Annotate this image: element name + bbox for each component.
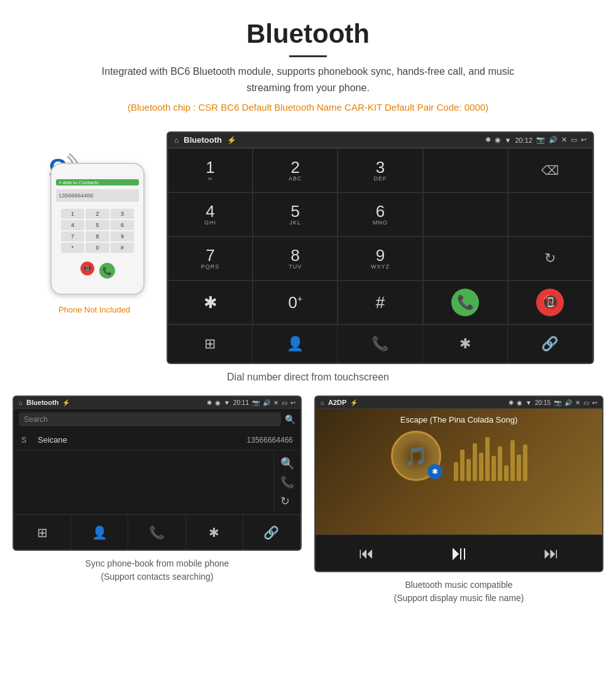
pb-usb-icon: ⚡ bbox=[62, 399, 70, 406]
signal-icon: ▼ bbox=[505, 136, 512, 144]
music-section: ⌂ A2DP ⚡ ✱ ◉ ▼ 20:15 📷 🔊 ✕ ▭ ↩ bbox=[314, 396, 603, 611]
phonebook-screen: ⌂ Bluetooth ⚡ ✱ ◉ ▼ 20:11 📷 🔊 ✕ ▭ ↩ bbox=[13, 396, 302, 551]
volume-icon[interactable]: 🔊 bbox=[549, 136, 558, 144]
dial-key-star[interactable]: ✱ bbox=[168, 280, 253, 324]
search-icon[interactable]: 🔍 bbox=[285, 414, 295, 424]
page-header: Bluetooth Integrated with BC6 Bluetooth … bbox=[0, 0, 616, 131]
pb-side-refresh-icon[interactable]: ↻ bbox=[280, 494, 294, 508]
phone-not-included-label: Phone Not Included bbox=[58, 305, 130, 314]
bottom-screenshots: ⌂ Bluetooth ⚡ ✱ ◉ ▼ 20:11 📷 🔊 ✕ ▭ ↩ bbox=[13, 396, 603, 611]
pb-time: 20:11 bbox=[233, 399, 249, 406]
phone-mockup: + Add to Contacts 13566664466 123 456 78… bbox=[50, 163, 145, 295]
pb-bottom-phone[interactable]: 📞 bbox=[128, 515, 185, 550]
music-cam-icon[interactable]: 📷 bbox=[554, 399, 561, 406]
pb-side-search-icon[interactable]: 🔍 bbox=[280, 456, 294, 470]
pb-vol-icon[interactable]: 🔊 bbox=[263, 399, 270, 406]
bottom-bluetooth-icon[interactable]: ✱ bbox=[423, 325, 508, 363]
contact-row[interactable]: S Seicane 13566664466 bbox=[14, 430, 300, 450]
phone-call-button[interactable]: 📞 bbox=[99, 263, 115, 279]
music-home-icon[interactable]: ⌂ bbox=[321, 399, 324, 406]
orange-info: (Bluetooth chip : CSR BC6 Default Blueto… bbox=[13, 102, 603, 113]
phonebook-caption: Sync phone-book from mobile phone (Suppo… bbox=[85, 557, 229, 584]
dial-key-2[interactable]: 2ABC bbox=[253, 148, 338, 192]
dial-screen: ⌂ Bluetooth ⚡ ✱ ◉ ▼ 20:12 📷 🔊 ✕ ▭ ↩ bbox=[167, 131, 594, 364]
bottom-link-icon[interactable]: 🔗 bbox=[508, 325, 593, 363]
dial-key-5[interactable]: 5JKL bbox=[253, 192, 338, 236]
dial-key-6[interactable]: 6MNO bbox=[338, 192, 422, 236]
bluetooth-icon: ✱ bbox=[485, 136, 491, 144]
dial-statusbar: ⌂ Bluetooth ⚡ ✱ ◉ ▼ 20:12 📷 🔊 ✕ ▭ ↩ bbox=[168, 133, 593, 148]
dial-call-green[interactable]: 📞 bbox=[423, 280, 508, 324]
time-display: 20:12 bbox=[515, 136, 532, 144]
dial-empty-4 bbox=[423, 236, 508, 280]
dial-bottom-bar: ⊞ 👤 📞 ✱ 🔗 bbox=[168, 324, 593, 363]
dial-key-hash[interactable]: # bbox=[338, 280, 422, 324]
window-icon[interactable]: ▭ bbox=[571, 136, 577, 144]
phone-keypad: 123 456 789 *0# bbox=[61, 209, 135, 253]
prev-track-button[interactable]: ⏮ bbox=[359, 545, 374, 562]
next-track-button[interactable]: ⏭ bbox=[544, 545, 559, 562]
dial-key-9[interactable]: 9WXYZ bbox=[338, 236, 422, 280]
dial-backspace[interactable]: ⌫ bbox=[508, 148, 593, 192]
pb-bottom-grid[interactable]: ⊞ bbox=[14, 515, 71, 550]
music-vol-icon[interactable]: 🔊 bbox=[564, 399, 572, 406]
top-section: Ω + Add to Contacts 13566664466 bbox=[13, 131, 603, 364]
pb-win-icon[interactable]: ▭ bbox=[282, 399, 287, 406]
search-bar: Search 🔍 bbox=[14, 409, 300, 430]
music-note-icon: 🎵 bbox=[404, 445, 427, 467]
bottom-person-icon[interactable]: 👤 bbox=[253, 325, 338, 363]
bottom-phone-icon[interactable]: 📞 bbox=[338, 325, 422, 363]
dial-call-red[interactable]: 📵 bbox=[508, 280, 593, 324]
contact-list: S Seicane 13566664466 bbox=[14, 430, 300, 450]
dial-empty-3 bbox=[508, 192, 593, 236]
location-icon: ◉ bbox=[495, 136, 501, 144]
contact-phone: 13566664466 bbox=[247, 436, 293, 445]
pb-bottom-bt[interactable]: ✱ bbox=[186, 515, 243, 550]
music-statusbar: ⌂ A2DP ⚡ ✱ ◉ ▼ 20:15 📷 🔊 ✕ ▭ ↩ bbox=[316, 397, 602, 409]
home-icon[interactable]: ⌂ bbox=[174, 136, 179, 145]
dial-keypad: 1∞ 2ABC 3DEF ⌫ 4GHI 5JKL bbox=[168, 148, 593, 324]
dial-key-1[interactable]: 1∞ bbox=[168, 148, 253, 192]
pb-loc-icon: ◉ bbox=[215, 399, 221, 406]
pb-bottom-person[interactable]: 👤 bbox=[71, 515, 128, 550]
pb-back-icon[interactable]: ↩ bbox=[290, 399, 295, 406]
music-close-icon[interactable]: ✕ bbox=[575, 399, 580, 406]
dial-key-3[interactable]: 3DEF bbox=[338, 148, 422, 192]
contact-letter: S bbox=[21, 436, 31, 445]
pb-side-phone-icon[interactable]: 📞 bbox=[280, 475, 294, 489]
back-icon[interactable]: ↩ bbox=[581, 136, 586, 144]
pb-close-icon[interactable]: ✕ bbox=[273, 399, 278, 406]
search-input[interactable]: Search bbox=[19, 412, 281, 426]
play-pause-button[interactable]: ⏯ bbox=[449, 541, 469, 565]
phonebook-section: ⌂ Bluetooth ⚡ ✱ ◉ ▼ 20:11 📷 🔊 ✕ ▭ ↩ bbox=[13, 396, 302, 611]
music-loc-icon: ◉ bbox=[517, 399, 522, 406]
dial-key-0[interactable]: 0+ bbox=[253, 280, 338, 324]
song-title: Escape (The Pina Colada Song) bbox=[400, 415, 517, 424]
pb-cam-icon[interactable]: 📷 bbox=[252, 399, 260, 406]
dial-key-4[interactable]: 4GHI bbox=[168, 192, 253, 236]
pb-home-icon[interactable]: ⌂ bbox=[19, 399, 23, 406]
phonebook-bottom-bar: ⊞ 👤 📞 ✱ 🔗 bbox=[14, 514, 300, 550]
dial-key-8[interactable]: 8TUV bbox=[253, 236, 338, 280]
dial-empty-2 bbox=[423, 192, 508, 236]
dial-redial[interactable]: ↻ bbox=[508, 236, 593, 280]
dial-empty-1 bbox=[423, 148, 508, 192]
music-caption: Bluetooth music compatible (Support disp… bbox=[394, 578, 524, 605]
camera-icon[interactable]: 📷 bbox=[536, 136, 545, 144]
music-time: 20:15 bbox=[535, 399, 551, 406]
music-usb-icon: ⚡ bbox=[350, 399, 358, 406]
page-title: Bluetooth bbox=[13, 19, 603, 49]
music-bt-icon: ✱ bbox=[509, 399, 514, 406]
dial-key-7[interactable]: 7PQRS bbox=[168, 236, 253, 280]
pb-bt-icon: ✱ bbox=[207, 399, 212, 406]
music-win-icon[interactable]: ▭ bbox=[583, 399, 589, 406]
equalizer bbox=[454, 431, 527, 481]
dial-caption: Dial number direct from touchscreen bbox=[227, 372, 389, 383]
close-icon[interactable]: ✕ bbox=[561, 136, 567, 144]
pb-bottom-link[interactable]: 🔗 bbox=[243, 515, 300, 550]
music-back-icon[interactable]: ↩ bbox=[592, 399, 597, 406]
main-content: Ω + Add to Contacts 13566664466 bbox=[0, 131, 616, 611]
phone-side: Ω + Add to Contacts 13566664466 bbox=[22, 131, 167, 314]
page-subtitle: Integrated with BC6 Bluetooth module, su… bbox=[88, 64, 528, 96]
bottom-grid-icon[interactable]: ⊞ bbox=[168, 325, 253, 363]
